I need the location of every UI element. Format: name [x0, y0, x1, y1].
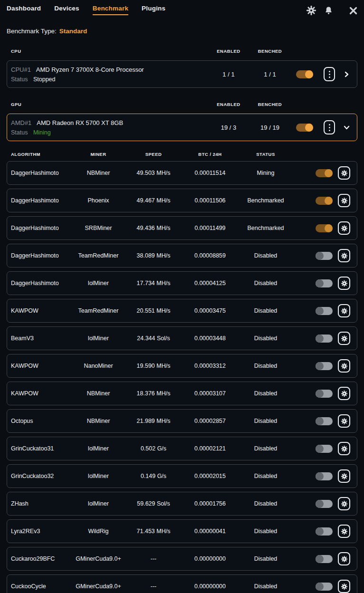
benchmark-type-value[interactable]: Standard [59, 28, 87, 35]
row-toggle[interactable] [316, 445, 333, 453]
algorithm-row[interactable]: GrinCuckatoo32 lolMiner 0.149 G/s 0.0000… [7, 464, 357, 488]
algorithm-row[interactable]: DaggerHashimoto SRBMiner 49.436 MH/s 0.0… [7, 216, 357, 240]
gear-icon [341, 556, 347, 562]
algorithm-row[interactable]: Lyra2REv3 WildRig 71.453 MH/s 0.00000041… [7, 519, 357, 543]
btc-per-24h-value: 0.00000000 [182, 555, 238, 562]
tab-benchmark[interactable]: Benchmark [93, 5, 128, 15]
cpu-section-label: CPU [11, 48, 208, 54]
row-toggle[interactable] [316, 527, 333, 536]
row-toggle[interactable] [316, 279, 333, 287]
close-icon[interactable] [349, 7, 357, 15]
row-toggle[interactable] [316, 362, 333, 370]
device-menu-button[interactable] [324, 120, 335, 134]
benchmark-type-label: Benchmark Type: [7, 28, 57, 35]
algorithm-row[interactable]: KAWPOW NBMiner 18.376 MH/s 0.00003107 Di… [7, 382, 357, 405]
row-toggle[interactable] [316, 252, 333, 260]
speed-value: 49.503 MH/s [125, 170, 182, 176]
chevron-down-icon[interactable] [344, 124, 349, 131]
algorithm-row[interactable]: DaggerHashimoto TeamRedMiner 38.089 MH/s… [7, 244, 357, 268]
row-toggle[interactable] [316, 390, 333, 398]
row-toggle[interactable] [316, 555, 333, 563]
row-toggle[interactable] [316, 169, 333, 177]
row-settings-button[interactable] [338, 414, 350, 428]
miner-name: lolMiner [72, 445, 125, 452]
row-settings-button[interactable] [338, 221, 350, 235]
tab-devices[interactable]: Devices [54, 5, 79, 15]
algorithm-row[interactable]: Cuckaroo29BFC GMinerCuda9.0+ --- 0.00000… [7, 547, 357, 571]
row-toggle[interactable] [316, 583, 333, 591]
algorithm-row[interactable]: DaggerHashimoto Phoenix 49.467 MH/s 0.00… [7, 189, 357, 212]
benched-count: 19 / 19 [249, 124, 290, 131]
speed-value: --- [125, 555, 182, 562]
btc-per-24h-value: 0.00002121 [182, 445, 238, 452]
gear-icon [341, 225, 347, 231]
speed-value: 19.590 MH/s [125, 363, 182, 369]
miner-name: lolMiner [72, 473, 125, 479]
row-toggle[interactable] [316, 197, 333, 205]
row-settings-button[interactable] [338, 277, 350, 290]
btc-per-24h-value: 0.00003107 [182, 390, 238, 397]
device-toggle[interactable] [296, 124, 313, 132]
gear-icon [341, 446, 347, 452]
gear-icon [341, 198, 347, 204]
row-status: Mining [238, 170, 293, 176]
device-menu-button[interactable] [324, 67, 335, 81]
btc-per-24h-value: 0.00003475 [182, 307, 238, 314]
row-status: Disabled [238, 418, 293, 424]
row-settings-button[interactable] [338, 359, 350, 373]
row-toggle[interactable] [316, 472, 333, 480]
algorithm-row[interactable]: CuckooCycle GMinerCuda9.0+ --- 0.0000000… [7, 574, 357, 593]
gpu-section-header: GPU ENABLED BENCHED [7, 101, 357, 107]
row-settings-button[interactable] [338, 497, 350, 510]
window-controls [307, 5, 357, 16]
row-status: Disabled [238, 500, 293, 507]
miner-name: Phoenix [72, 197, 125, 204]
row-settings-button[interactable] [338, 249, 350, 262]
miner-benchmark-window: Dashboard Devices Benchmark Plugins [0, 0, 364, 593]
miner-name: NBMiner [72, 390, 125, 397]
miner-name: GMinerCuda9.0+ [72, 555, 125, 562]
notifications-bell-icon[interactable] [324, 6, 333, 15]
settings-gear-icon[interactable] [307, 6, 316, 15]
cpu-device-card[interactable]: CPU#1 AMD Ryzen 7 3700X 8-Core Processor… [7, 60, 357, 88]
tab-plugins[interactable]: Plugins [142, 5, 165, 15]
tab-dashboard[interactable]: Dashboard [7, 5, 41, 15]
algorithm-row[interactable]: KAWPOW TeamRedMiner 20.551 MH/s 0.000034… [7, 299, 357, 323]
btc-per-24h-value: 0.00002015 [182, 473, 238, 479]
row-settings-button[interactable] [338, 387, 350, 400]
gpu-device-card[interactable]: AMD#1 AMD Radeon RX 5700 XT 8GB Status M… [7, 114, 357, 141]
algorithm-row[interactable]: BeamV3 lolMiner 24.344 Sol/s 0.00003448 … [7, 326, 357, 350]
row-settings-button[interactable] [338, 469, 350, 483]
row-settings-button[interactable] [338, 580, 350, 593]
row-toggle[interactable] [316, 224, 333, 232]
row-status: Disabled [238, 555, 293, 562]
device-id: AMD#1 [11, 119, 31, 126]
row-settings-button[interactable] [338, 525, 350, 538]
chevron-right-icon[interactable] [344, 71, 349, 77]
algorithm-row[interactable]: DaggerHashimoto NBMiner 49.503 MH/s 0.00… [7, 161, 357, 185]
row-status: Disabled [238, 280, 293, 287]
row-toggle[interactable] [316, 307, 333, 315]
device-toggle[interactable] [296, 70, 313, 78]
miner-name: NanoMiner [72, 363, 125, 369]
gpu-section: GPU ENABLED BENCHED AMD#1 AMD Radeon RX … [7, 101, 357, 141]
row-settings-button[interactable] [338, 194, 350, 207]
algorithm-row[interactable]: DaggerHashimoto lolMiner 17.734 MH/s 0.0… [7, 271, 357, 295]
row-settings-button[interactable] [338, 166, 350, 180]
row-toggle[interactable] [316, 417, 333, 425]
row-toggle[interactable] [316, 335, 333, 343]
algorithm-row[interactable]: KAWPOW NanoMiner 19.590 MH/s 0.00003312 … [7, 354, 357, 378]
row-settings-button[interactable] [338, 552, 350, 565]
row-settings-button[interactable] [338, 442, 350, 455]
row-settings-button[interactable] [338, 332, 350, 345]
row-status: Benchmarked [238, 197, 293, 204]
row-settings-button[interactable] [338, 304, 350, 317]
device-status-label: Status [11, 129, 28, 136]
algorithm-row[interactable]: ZHash lolMiner 59.629 Sol/s 0.00001756 D… [7, 492, 357, 516]
device-name: AMD Ryzen 7 3700X 8-Core Processor [36, 66, 144, 73]
device-info: CPU#1 AMD Ryzen 7 3700X 8-Core Processor… [11, 66, 208, 83]
algorithm-row[interactable]: GrinCuckatoo31 lolMiner 0.502 G/s 0.0000… [7, 437, 357, 460]
miner-name: NBMiner [72, 418, 125, 424]
algorithm-row[interactable]: Octopus NBMiner 21.989 MH/s 0.00002857 D… [7, 409, 357, 433]
row-toggle[interactable] [316, 500, 333, 508]
